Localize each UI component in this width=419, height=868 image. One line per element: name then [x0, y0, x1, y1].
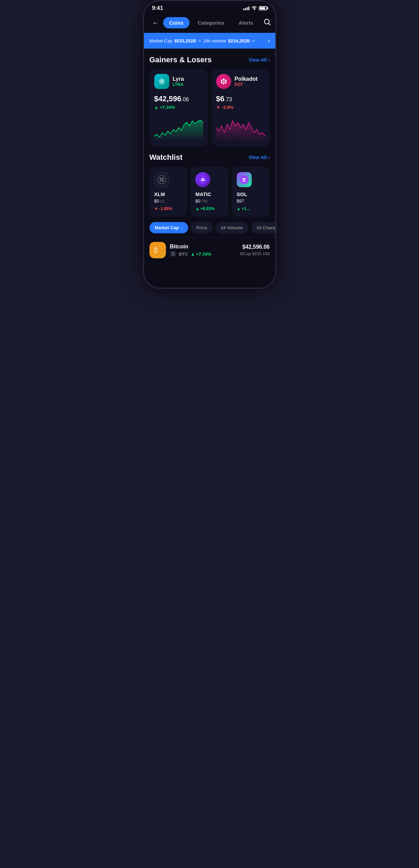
sol-change: ▲ +1… — [237, 206, 265, 211]
svg-point-7 — [225, 80, 226, 81]
bitcoin-icon: ₿ — [149, 242, 166, 258]
polkadot-symbol: DOT — [235, 82, 258, 87]
gainers-losers-cards: Lyra LYRA $42,596.06 ▲ +7.34% — [144, 69, 275, 146]
battery-icon — [259, 6, 267, 10]
signal-bars-icon — [243, 7, 249, 10]
lyra-chart — [154, 114, 203, 141]
sort-down-icon: ↓ — [181, 226, 183, 230]
polkadot-card-header: Polkadot DOT — [216, 74, 265, 89]
search-icon[interactable] — [262, 17, 272, 29]
bitcoin-mcap: MCap $835.44B — [240, 251, 270, 256]
bitcoin-symbol: BTC — [179, 251, 188, 257]
svg-rect-14 — [202, 180, 204, 181]
down-triangle-icon-2: ▼ — [154, 206, 158, 211]
xlm-symbol: XLM — [154, 191, 183, 197]
svg-point-13 — [198, 175, 207, 184]
notch — [189, 1, 230, 13]
polkadot-chart — [216, 114, 265, 141]
nav-bar: ← Coins Categories Alerts — [144, 13, 275, 33]
sort-filters: Market Cap ↓ Price 24 Volume 24 Change — [144, 217, 275, 233]
phone-frame: 9:41 ← — [143, 0, 276, 289]
watchlist-title: Watchlist — [149, 153, 183, 162]
matic-icon — [195, 172, 210, 187]
bitcoin-change: ▲ +7.34% — [191, 251, 211, 257]
up-triangle-icon-3: ▲ — [237, 206, 241, 211]
gainers-losers-header: Gainers & Losers View All › — [144, 49, 275, 69]
up-triangle-icon: ▲ — [154, 105, 159, 110]
back-button[interactable]: ← — [151, 17, 160, 28]
xlm-change: ▼ -1.85% — [154, 206, 183, 211]
sort-price[interactable]: Price — [191, 222, 213, 233]
market-banner-content: Market Cap $533,252B ∞ 24h volume $234,2… — [149, 38, 266, 43]
matic-change: ▲ +8.93% — [195, 206, 224, 211]
market-cap-banner[interactable]: Market Cap $533,252B ∞ 24h volume $234,2… — [144, 33, 275, 49]
infinity-icon: ∞ — [198, 38, 201, 43]
sol-icon — [237, 172, 252, 187]
svg-point-11 — [158, 176, 166, 184]
svg-point-4 — [223, 79, 224, 80]
bitcoin-meta: 1 BTC ▲ +7.34% — [170, 251, 236, 257]
banner-arrow-icon[interactable]: › — [268, 38, 270, 44]
bitcoin-name: Bitcoin — [170, 244, 236, 250]
dot-icon — [216, 74, 231, 89]
svg-point-6 — [221, 80, 222, 81]
sol-card[interactable]: SOL $97, ▲ +1… — [232, 167, 270, 217]
gainers-losers-title: Gainers & Losers — [149, 55, 212, 64]
lyra-symbol: LYRA — [173, 82, 184, 87]
status-time: 9:41 — [152, 5, 163, 11]
main-content: Gainers & Losers View All › Lyra — [144, 49, 275, 270]
sort-market-cap[interactable]: Market Cap ↓ — [149, 222, 188, 233]
svg-point-8 — [221, 82, 222, 83]
xlm-icon — [154, 172, 169, 187]
lyra-icon — [154, 74, 169, 89]
lyra-name: Lyra — [173, 76, 184, 82]
polkadot-price: $6.73 — [216, 94, 265, 103]
polkadot-card[interactable]: Polkadot DOT $6.73 ▼ -3.9% — [211, 69, 270, 146]
chevron-right-icon: › — [268, 57, 270, 63]
svg-point-10 — [223, 80, 225, 82]
tab-categories[interactable]: Categories — [192, 17, 231, 28]
watchlist-view-all[interactable]: View All › — [249, 155, 270, 160]
bitcoin-info: Bitcoin 1 BTC ▲ +7.34% — [170, 244, 236, 257]
xlm-card[interactable]: XLM $0.11 ▼ -1.85% — [149, 167, 187, 217]
lyra-card[interactable]: Lyra LYRA $42,596.06 ▲ +7.34% — [149, 69, 208, 146]
matic-symbol: MATIC — [195, 191, 224, 197]
bitcoin-price: $42,596.06 — [240, 244, 270, 250]
nav-tabs: Coins Categories Alerts — [163, 17, 260, 28]
xlm-price: $0.11 — [154, 198, 183, 204]
up-triangle-icon-2: ▲ — [195, 206, 199, 211]
wifi-icon — [251, 5, 257, 11]
lyra-price: $42,596.06 — [154, 94, 203, 103]
matic-card[interactable]: MATIC $0.791 ▲ +8.93% — [191, 167, 228, 217]
bitcoin-rank: 1 — [170, 251, 176, 257]
polkadot-change: ▼ -3.9% — [216, 105, 265, 110]
status-icons — [243, 5, 267, 11]
svg-point-5 — [223, 83, 224, 85]
watchlist-header: Watchlist View All › — [144, 146, 275, 167]
sol-price: $97, — [237, 198, 265, 204]
svg-point-9 — [225, 82, 226, 83]
svg-text:₿: ₿ — [154, 246, 158, 254]
sol-symbol: SOL — [237, 191, 265, 197]
sort-volume[interactable]: 24 Volume — [215, 222, 248, 233]
up-triangle-icon-btc: ▲ — [191, 251, 195, 257]
matic-price: $0.791 — [195, 198, 224, 204]
tab-coins[interactable]: Coins — [163, 17, 190, 28]
gainers-losers-view-all[interactable]: View All › — [249, 57, 270, 63]
svg-line-1 — [269, 23, 270, 25]
lyra-change: ▲ +7.34% — [154, 105, 203, 110]
watchlist-cards: XLM $0.11 ▼ -1.85% MATIC — [144, 167, 275, 217]
chevron-right-icon-2: › — [268, 155, 270, 160]
down-triangle-icon: ▼ — [216, 105, 221, 110]
sort-change[interactable]: 24 Change — [251, 222, 275, 233]
lyra-card-header: Lyra LYRA — [154, 74, 203, 89]
bitcoin-list-row[interactable]: ₿ Bitcoin 1 BTC ▲ +7.34% $42,596.06 MCap… — [144, 237, 275, 263]
bitcoin-price-info: $42,596.06 MCap $835.44B — [240, 244, 270, 256]
polkadot-name: Polkadot — [235, 76, 258, 82]
tab-alerts[interactable]: Alerts — [233, 17, 260, 28]
infinity-icon-2: ∞ — [252, 38, 255, 43]
